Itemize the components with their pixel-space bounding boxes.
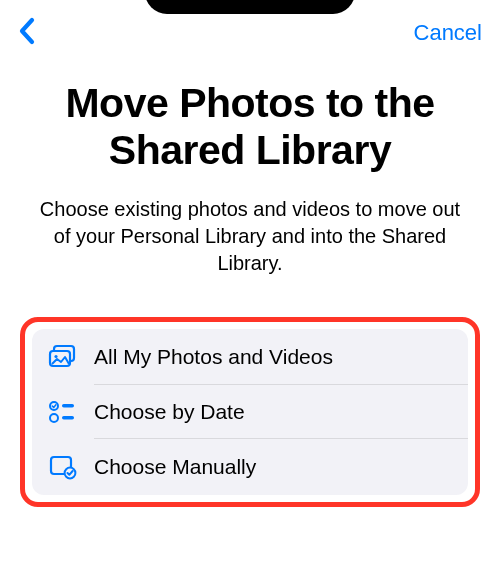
option-choose-manually[interactable]: Choose Manually: [32, 439, 468, 495]
options-highlight-frame: All My Photos and Videos Choose by Date: [20, 317, 480, 507]
photos-stack-icon: [48, 344, 82, 370]
page-title: Move Photos to the Shared Library: [0, 60, 500, 174]
cancel-button[interactable]: Cancel: [414, 20, 482, 46]
page-subtitle: Choose existing photos and videos to mov…: [0, 174, 500, 277]
cancel-label: Cancel: [414, 20, 482, 45]
option-label: All My Photos and Videos: [82, 345, 333, 369]
option-label: Choose by Date: [82, 400, 245, 424]
svg-point-5: [50, 414, 58, 422]
svg-rect-6: [62, 416, 74, 420]
options-list: All My Photos and Videos Choose by Date: [32, 329, 468, 495]
rect-check-icon: [48, 454, 82, 480]
svg-point-2: [54, 355, 57, 358]
option-label: Choose Manually: [82, 455, 256, 479]
svg-rect-4: [62, 404, 74, 408]
option-choose-by-date[interactable]: Choose by Date: [32, 385, 468, 439]
list-check-icon: [48, 400, 82, 424]
back-button[interactable]: [18, 16, 38, 50]
device-notch: [145, 0, 355, 14]
option-all-photos[interactable]: All My Photos and Videos: [32, 329, 468, 385]
chevron-left-icon: [18, 16, 38, 50]
